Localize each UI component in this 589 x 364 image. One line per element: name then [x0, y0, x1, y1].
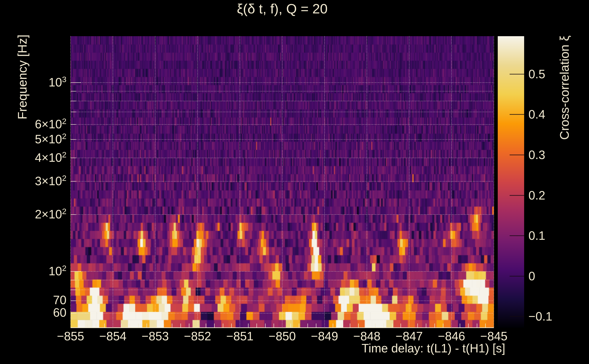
chart-title: ξ(δ t, f), Q = 20 [71, 1, 494, 17]
y-tick-label: 60 [7, 306, 66, 319]
colorbar-tick-label: 0.5 [529, 67, 579, 81]
y-tick-label: 6×102 [7, 117, 66, 131]
colorbar-tick-label: 0 [529, 269, 579, 283]
colorbar-tick-label: −0.1 [529, 309, 579, 323]
y-tick-label: 103 [7, 75, 66, 89]
x-axis-title: Time delay: t(L1) - t(H1) [s] [287, 341, 505, 355]
colorbar-tick-label: 0.2 [529, 188, 579, 202]
y-tick-label: 4×102 [7, 150, 66, 164]
y-tick-label: 70 [7, 293, 66, 307]
colorbar-tick-label: 0.3 [529, 148, 579, 162]
cross-correlation-spectrogram-figure: ξ(δ t, f), Q = 20 Frequency [Hz] Time de… [0, 0, 589, 364]
x-tick-label: −845 [469, 329, 519, 343]
y-tick-label: 5×102 [7, 132, 66, 146]
colorbar-tick-label: 0.4 [529, 107, 579, 121]
colorbar-title: Cross-correlation ξ [557, 35, 572, 140]
y-tick-label: 102 [7, 264, 66, 278]
heatmap-canvas [0, 0, 589, 364]
colorbar-tick-label: 0.1 [529, 229, 579, 242]
y-tick-label: 2×102 [7, 207, 66, 221]
y-tick-label: 3×102 [7, 174, 66, 188]
